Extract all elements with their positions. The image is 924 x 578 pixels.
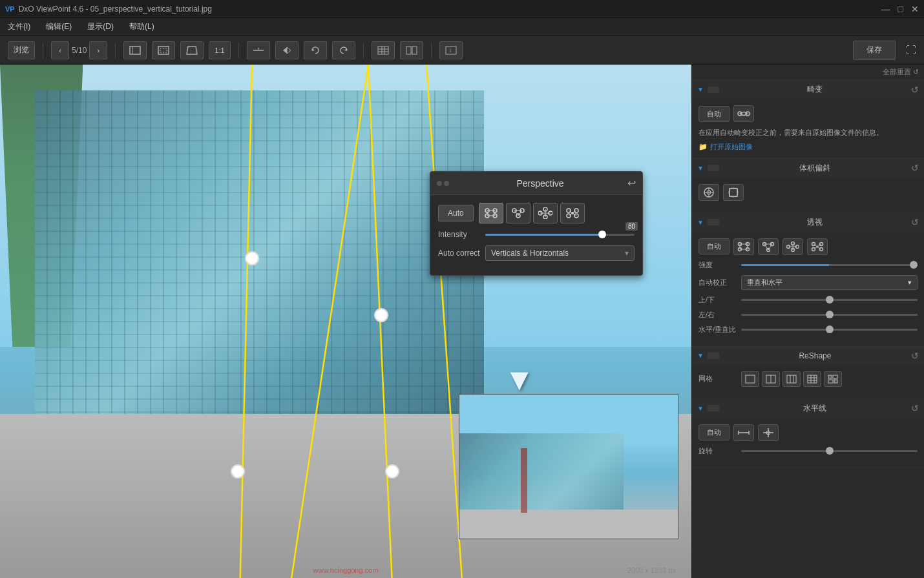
popup-autocorrect-value: Verticals & Horizontals <box>491 249 569 258</box>
window-controls[interactable]: — □ ✕ <box>881 4 919 14</box>
tool-grid-button[interactable] <box>372 41 395 59</box>
menu-view[interactable]: 显示(D) <box>85 20 116 34</box>
svg-rect-89 <box>787 375 796 383</box>
perspective-ratio-slider[interactable] <box>741 329 918 331</box>
perspective-mode-1[interactable] <box>733 238 754 255</box>
svg-rect-98 <box>833 375 837 378</box>
toolbar: 浏览 ‹ 5/10 › 1:1 i 保存 ⛶ <box>0 36 924 65</box>
horizon-auto-button[interactable]: 自动 <box>698 424 730 440</box>
popup-autocorrect-dropdown[interactable]: Verticals & Horizontals ▾ <box>485 245 635 261</box>
perspective-autocorrect-value: 垂直和水平 <box>747 278 782 287</box>
tool-crop-button[interactable] <box>152 41 175 59</box>
popup-mode-2[interactable] <box>506 203 530 223</box>
horizon-rotate-label: 旋转 <box>698 446 737 456</box>
menu-help[interactable]: 帮助(L) <box>127 20 157 34</box>
close-button[interactable]: ✕ <box>911 4 919 14</box>
section-perspective-reset[interactable]: ↺ <box>911 217 919 227</box>
minimize-button[interactable]: — <box>881 4 890 14</box>
grid-btn-1[interactable] <box>741 371 759 387</box>
popup-mode-1[interactable] <box>479 203 503 223</box>
grid-btn-5[interactable] <box>824 371 842 387</box>
menu-edit[interactable]: 编辑(E) <box>43 20 74 34</box>
section-horizon-content: 自动 <box>692 418 924 468</box>
svg-rect-14 <box>406 46 411 54</box>
thumbnail-preview <box>459 394 678 539</box>
popup-auto-button[interactable]: Auto <box>438 205 474 222</box>
zoom-1-1-button[interactable]: 1:1 <box>209 41 230 59</box>
perspective-mode-2[interactable] <box>758 238 779 255</box>
distortion-mode-button[interactable] <box>733 105 754 122</box>
horizon-center-button[interactable] <box>758 424 779 441</box>
svg-marker-8 <box>344 48 347 51</box>
tool-rotate-button[interactable] <box>304 41 327 59</box>
maximize-button[interactable]: □ <box>898 4 903 14</box>
perspective-ratio-row: 水平/垂直比 <box>698 325 918 335</box>
section-perspective-header[interactable]: ▼ 透视 ↺ <box>692 213 924 232</box>
nav-next-button[interactable]: › <box>89 41 107 59</box>
tool-horizon-button[interactable] <box>247 41 270 59</box>
perspective-intensity-slider[interactable] <box>741 264 918 266</box>
section-indicator <box>708 87 719 93</box>
toolbar-divider-4 <box>363 43 364 58</box>
reshape-grid-label: 网格 <box>698 374 737 384</box>
nav-prev-button[interactable]: ‹ <box>51 41 69 59</box>
tool-compare-button[interactable] <box>400 41 423 59</box>
reset-all-button[interactable]: 全部重置 ↺ <box>883 67 919 77</box>
section-volume-reset[interactable]: ↺ <box>911 163 919 173</box>
svg-rect-99 <box>828 380 833 383</box>
tool-rotate2-button[interactable] <box>332 41 355 59</box>
volume-btn-1[interactable] <box>698 184 719 201</box>
section-volume-header[interactable]: ▼ 体积偏斜 ↺ <box>692 159 924 178</box>
perspective-autocorrect-row: 自动校正 垂直和水平 ▾ <box>698 275 918 290</box>
section-perspective-title: 透视 <box>723 217 907 228</box>
volume-btn-2[interactable] <box>723 184 744 201</box>
perspective-leftright-slider[interactable] <box>741 314 918 316</box>
svg-point-22 <box>246 252 258 265</box>
popup-intensity-slider[interactable] <box>485 234 635 236</box>
tool-rect-button[interactable] <box>123 41 147 59</box>
menu-file[interactable]: 文件(I) <box>5 20 33 34</box>
browse-button[interactable]: 浏览 <box>8 41 35 59</box>
tool-flip-button[interactable] <box>275 41 299 59</box>
open-original-link[interactable]: 📁 打开原始图像 <box>698 142 918 152</box>
perspective-popup: Perspective ↩ Auto <box>430 171 643 276</box>
section-horizon-reset[interactable]: ↺ <box>911 403 919 413</box>
section-indicator-3 <box>708 219 719 225</box>
section-indicator-2 <box>708 165 719 171</box>
perspective-auto-button[interactable]: 自动 <box>698 238 730 254</box>
tool-info-button[interactable]: i <box>439 41 463 59</box>
perspective-updown-label: 上/下 <box>698 295 737 305</box>
svg-point-23 <box>375 309 388 322</box>
perspective-mode-4[interactable] <box>807 238 828 255</box>
grid-btn-3[interactable] <box>782 371 801 387</box>
section-horizon-header[interactable]: ▼ 水平线 ↺ <box>692 399 924 418</box>
popup-mode-4[interactable] <box>560 203 585 223</box>
perspective-updown-slider[interactable] <box>741 299 918 301</box>
perspective-updown-row: 上/下 <box>698 295 918 305</box>
grid-btn-2[interactable] <box>762 371 780 387</box>
perspective-autocorrect-dropdown[interactable]: 垂直和水平 ▾ <box>741 275 918 290</box>
toolbar-divider-3 <box>238 43 239 58</box>
perspective-mode-3[interactable] <box>782 238 803 255</box>
save-button[interactable]: 保存 <box>853 41 896 60</box>
svg-point-85 <box>817 245 819 247</box>
section-indicator-5 <box>708 405 719 411</box>
tool-perspective-button[interactable] <box>180 41 204 59</box>
section-reshape-header[interactable]: ▼ ReShape ↺ <box>692 347 924 365</box>
popup-mode-3[interactable] <box>533 203 558 223</box>
fullscreen-button[interactable]: ⛶ <box>906 45 916 56</box>
nav-controls: ‹ 5/10 › <box>51 41 107 59</box>
svg-line-18 <box>239 65 252 578</box>
distortion-auto-button[interactable]: 自动 <box>698 106 730 122</box>
section-distortion-header[interactable]: ▼ 畸变 ↺ <box>692 80 924 99</box>
section-reshape-reset[interactable]: ↺ <box>911 351 919 361</box>
panel-top-bar: 全部重置 ↺ <box>692 65 924 80</box>
section-horizon-title: 水平线 <box>723 403 907 414</box>
grid-btn-4[interactable] <box>803 371 821 387</box>
section-distortion-reset[interactable]: ↺ <box>911 85 919 95</box>
popup-autocorrect-label: Auto correct <box>438 249 480 258</box>
svg-marker-7 <box>312 48 315 51</box>
popup-close-button[interactable]: ↩ <box>627 177 636 189</box>
horizon-rotate-slider[interactable] <box>741 450 918 452</box>
horizon-line-button[interactable] <box>733 424 754 441</box>
